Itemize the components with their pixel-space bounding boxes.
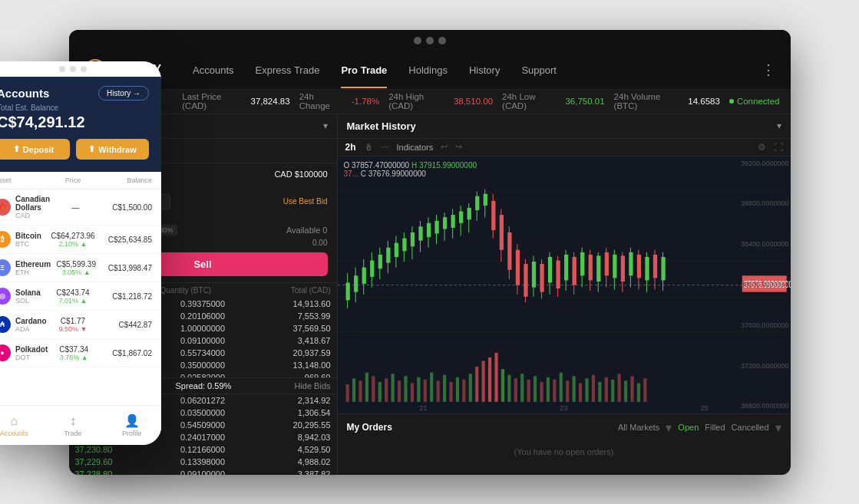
nav-pro-trade[interactable]: Pro Trade xyxy=(341,64,387,76)
last-price-value: 37,824.83 xyxy=(250,97,289,106)
chart-undo-icon[interactable]: ↩ xyxy=(441,142,448,152)
eth-info: Ethereum ETH xyxy=(15,260,51,276)
svg-rect-17 xyxy=(410,383,413,401)
nav-history[interactable]: History xyxy=(469,64,500,76)
sol-change: 7.01% ▲ xyxy=(47,297,100,305)
asset-item-sol[interactable]: ◎ Solana SOL C$243.74 7.01% ▲ C$1,218.72 xyxy=(0,282,161,311)
ada-ticker: ADA xyxy=(15,325,47,333)
btc-balance: C$25,634.85 xyxy=(99,236,152,244)
total-col-header: Total (CAD) xyxy=(246,286,331,295)
ohlc-close: C 37676.99000000 xyxy=(361,170,426,178)
svg-rect-44 xyxy=(585,378,588,401)
chart-area[interactable]: O 37857.47000000 H 37915.99000000 37... … xyxy=(338,156,791,413)
bid-row-5: 37,230.80 0.12166000 4,529.50 xyxy=(69,443,337,456)
mobile-nav-trade[interactable]: ↕ Trade xyxy=(44,406,103,445)
svg-rect-16 xyxy=(404,376,407,401)
cancelled-filter[interactable]: Cancelled xyxy=(732,423,769,432)
ask-qty-3: 1.00000000 xyxy=(160,324,246,333)
low-label: 24h Low (CAD) xyxy=(502,92,556,110)
y-label-4: 38000.0000000 xyxy=(741,281,789,288)
mobile-nav-profile[interactable]: 👤 Profile xyxy=(102,406,161,445)
mobile-balance-label: Total Est. Balance xyxy=(0,104,149,112)
x-label-3: 25 xyxy=(701,404,709,412)
ticker-bar: ≡ ₿ 🍁 BTC-CAD Last Price (CAD) 37,824.83… xyxy=(69,90,791,114)
all-markets-filter[interactable]: All Markets xyxy=(618,423,659,432)
sol-name: Solana xyxy=(15,288,41,297)
svg-rect-20 xyxy=(430,372,433,401)
nav-accounts[interactable]: Accounts xyxy=(193,64,233,76)
chart-settings-icon[interactable]: ⚙ xyxy=(758,142,766,153)
svg-rect-38 xyxy=(546,377,549,401)
ask-qty-5: 0.55734000 xyxy=(160,348,246,357)
asset-left-cad: 🍁 Canadian Dollars CAD xyxy=(0,195,50,219)
chart-timeframe[interactable]: 2h xyxy=(345,142,356,153)
asset-left-ada: ₳ Cardano ADA xyxy=(0,316,47,333)
chart-header: Market History ▾ xyxy=(338,114,791,139)
cad-name: Canadian Dollars xyxy=(15,195,50,212)
asset-item-dot[interactable]: ● Polkadot DOT C$37.34 3.76% ▲ C$1,867.0… xyxy=(0,339,161,367)
svg-rect-32 xyxy=(507,374,510,401)
svg-rect-59 xyxy=(362,267,365,283)
svg-rect-121 xyxy=(613,254,616,277)
sol-price-col: C$243.74 7.01% ▲ xyxy=(47,288,100,305)
last-price-label: Last Price (CAD) xyxy=(182,92,241,110)
order-book-chevron-icon[interactable]: ▾ xyxy=(323,120,328,131)
filled-filter[interactable]: Filled xyxy=(705,423,725,432)
ada-change: 9.50% ▼ xyxy=(47,325,100,333)
asset-col-header: Asset xyxy=(0,176,47,184)
chart-candle-icon[interactable]: 🕯 xyxy=(364,142,373,153)
svg-rect-43 xyxy=(578,383,581,401)
ohlc-info: O 37857.47000000 H 37915.99000000 37... … xyxy=(344,161,477,178)
asset-item-eth[interactable]: Ξ Ethereum ETH C$5,599.39 3.05% ▲ C$13,9… xyxy=(0,254,161,282)
window-dot-1 xyxy=(414,37,421,44)
sol-icon: ◎ xyxy=(0,288,11,305)
mobile-nav-accounts[interactable]: ⌂ Accounts xyxy=(0,406,44,445)
nav-holdings[interactable]: Holdings xyxy=(408,64,448,76)
mobile-deposit-button[interactable]: ⬆ Deposit xyxy=(0,139,70,160)
svg-rect-8 xyxy=(352,378,355,401)
y-label-2: 38800.0000000 xyxy=(741,199,789,207)
mobile-withdraw-button[interactable]: ⬆ Withdraw xyxy=(76,139,149,160)
ada-price-col: C$1.77 9.50% ▼ xyxy=(47,317,100,333)
x-label-2: 23 xyxy=(560,404,567,412)
svg-rect-10 xyxy=(365,372,368,401)
bid-row-7: 37,228.80 0.09100000 3,387.82 xyxy=(69,468,337,475)
chart-fullscreen-icon[interactable]: ⛶ xyxy=(774,142,783,153)
hide-bids-btn[interactable]: Hide Bids xyxy=(294,381,330,390)
chart-redo-icon[interactable]: ↪ xyxy=(455,142,462,152)
svg-rect-53 xyxy=(643,378,646,401)
svg-rect-101 xyxy=(531,262,535,288)
mobile-history-button[interactable]: History → xyxy=(98,86,149,100)
more-options-icon[interactable]: ⋮ xyxy=(762,61,775,78)
svg-rect-97 xyxy=(515,249,519,285)
asset-item-ada[interactable]: ₳ Cardano ADA C$1.77 9.50% ▼ C$442.87 xyxy=(0,311,161,339)
chart-indicators-btn[interactable]: Indicators xyxy=(397,143,434,152)
svg-rect-28 xyxy=(481,361,484,401)
asset-item-btc[interactable]: ₿ Bitcoin BTC C$64,273.96 2.10% ▲ C$25,6… xyxy=(0,226,161,254)
open-filter[interactable]: Open xyxy=(678,423,699,432)
use-best-bid-btn[interactable]: Use Best Bid xyxy=(283,197,328,206)
svg-rect-123 xyxy=(620,255,624,282)
svg-rect-109 xyxy=(564,254,568,280)
orders-filters: All Markets ▾ Open Filled Cancelled ▾ xyxy=(618,420,781,435)
svg-rect-79 xyxy=(442,217,446,229)
svg-rect-22 xyxy=(442,374,445,401)
nav-support[interactable]: Support xyxy=(521,64,557,76)
svg-rect-52 xyxy=(636,383,639,401)
bid-qty-2: 0.03500000 xyxy=(160,408,246,417)
svg-rect-12 xyxy=(378,381,381,401)
ada-info: Cardano ADA xyxy=(15,317,47,333)
asset-item-cad[interactable]: 🍁 Canadian Dollars CAD — C$1,500.00 xyxy=(0,189,161,226)
my-orders-section: My Orders All Markets ▾ Open Filled Canc… xyxy=(338,413,791,475)
nav-express-trade[interactable]: Express Trade xyxy=(256,64,320,76)
asset-left-eth: Ξ Ethereum ETH xyxy=(0,259,51,276)
chart-chevron-icon[interactable]: ▾ xyxy=(777,120,781,131)
svg-rect-19 xyxy=(423,379,426,401)
svg-rect-11 xyxy=(372,376,375,401)
svg-rect-51 xyxy=(630,376,633,401)
high-value: 38,510.00 xyxy=(454,97,493,106)
asset-left-btc: ₿ Bitcoin BTC xyxy=(0,231,47,248)
mobile-nav-accounts-label: Accounts xyxy=(0,430,28,437)
dot-balance: C$1,867.02 xyxy=(100,349,152,357)
y-label-1: 39200.0000000 xyxy=(741,160,789,167)
